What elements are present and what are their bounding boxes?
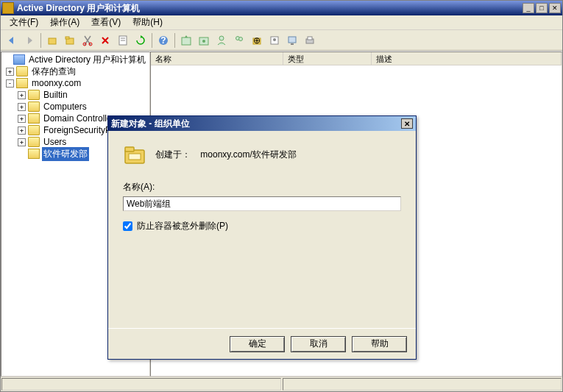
svg-point-13 (219, 36, 224, 40)
folder-icon (28, 101, 40, 112)
contact-button[interactable] (266, 32, 283, 49)
svg-rect-25 (125, 147, 134, 152)
content-area: Active Directory 用户和计算机 + 保存的查询 - moonxy… (1, 51, 562, 377)
dialog-title-bar: 新建对象 - 组织单位 ✕ (108, 116, 416, 131)
new-ou-dialog: 新建对象 - 组织单位 ✕ 创建于： moonxy.com/软件研发部 名称(A… (107, 115, 417, 360)
title-bar: Active Directory 用户和计算机 _ □ ✕ (1, 1, 562, 15)
dialog-button-row: 确定 取消 帮助 (108, 328, 416, 359)
toolbar-separator (40, 33, 41, 48)
col-type[interactable]: 类型 (283, 52, 372, 65)
new-ou-button[interactable]: ⊕ (249, 32, 265, 49)
tree-item-label: Builtin (42, 89, 69, 101)
svg-rect-10 (182, 38, 191, 45)
svg-rect-23 (308, 37, 312, 40)
dialog-info-row: 创建于： moonxy.com/软件研发部 (123, 143, 401, 166)
tree-item-label: 软件研发部 (42, 147, 89, 161)
domain-icon (16, 78, 28, 88)
tree-item-label: Computers (42, 101, 88, 113)
toolbar-separator (152, 33, 152, 48)
menu-file[interactable]: 文件(F) (4, 15, 44, 30)
tree-item-label: 保存的查询 (30, 65, 77, 79)
col-desc[interactable]: 描述 (372, 52, 562, 65)
new-user-button[interactable] (213, 32, 230, 49)
menu-bar: 文件(F) 操作(A) 查看(V) 帮助(H) (1, 15, 562, 30)
svg-point-19 (273, 38, 276, 41)
tree-builtin[interactable]: + Builtin (3, 89, 148, 101)
delete-button[interactable] (97, 32, 113, 49)
up-button[interactable] (44, 32, 60, 49)
main-window: Active Directory 用户和计算机 _ □ ✕ 文件(F) 操作(A… (0, 0, 563, 392)
folder-icon (28, 90, 40, 100)
dialog-close-button[interactable]: ✕ (401, 118, 413, 129)
status-cell (1, 378, 281, 391)
properties-button[interactable] (115, 32, 131, 49)
help-button[interactable]: ? (155, 32, 171, 49)
cut-button[interactable] (79, 32, 96, 49)
expander-icon[interactable]: + (18, 115, 26, 123)
expander-icon[interactable]: + (18, 126, 26, 135)
app-icon (2, 2, 14, 14)
created-in-value: moonxy.com/软件研发部 (200, 149, 296, 160)
svg-rect-20 (288, 37, 296, 43)
tree-computers[interactable]: + Computers (3, 101, 148, 113)
directory-icon (13, 54, 25, 65)
toolbar-separator (174, 33, 175, 48)
new-group-button[interactable] (231, 32, 247, 49)
col-name[interactable]: 名称 (151, 52, 283, 65)
ok-button[interactable]: 确定 (230, 336, 285, 352)
folder-button[interactable] (62, 32, 78, 49)
forward-button[interactable] (21, 32, 38, 49)
name-input[interactable] (123, 196, 401, 211)
svg-rect-26 (129, 154, 141, 160)
expander-icon[interactable]: + (6, 68, 14, 76)
protect-label: 防止容器被意外删除(P) (137, 220, 228, 232)
tree-domain[interactable]: - moonxy.com (3, 77, 148, 89)
back-button[interactable] (4, 32, 20, 49)
menu-help[interactable]: 帮助(H) (127, 15, 169, 30)
expander-icon[interactable]: + (18, 91, 26, 99)
menu-action[interactable]: 操作(A) (44, 15, 85, 30)
toolbar: ? ⊕ (1, 30, 562, 51)
help-button[interactable]: 帮助 (352, 336, 407, 352)
tree-saved-queries[interactable]: + 保存的查询 (3, 65, 148, 77)
tree-item-label: moonxy.com (30, 77, 82, 89)
list-header: 名称 类型 描述 (151, 52, 562, 65)
created-in-label: 创建于： (155, 149, 191, 160)
folder-icon (28, 137, 40, 147)
protect-checkbox[interactable] (123, 221, 132, 231)
menu-view[interactable]: 查看(V) (85, 15, 127, 30)
svg-rect-0 (49, 38, 56, 44)
expander-icon[interactable]: - (6, 79, 14, 88)
ou-icon (28, 113, 40, 124)
close-button[interactable]: ✕ (549, 3, 561, 13)
window-title: Active Directory 用户和计算机 (17, 2, 523, 15)
protect-checkbox-row[interactable]: 防止容器被意外删除(P) (123, 220, 401, 232)
svg-text:⊕: ⊕ (253, 35, 261, 46)
svg-rect-21 (291, 43, 294, 45)
refresh-button[interactable] (132, 32, 149, 49)
minimize-button[interactable]: _ (523, 3, 534, 13)
maximize-button[interactable]: □ (536, 3, 548, 13)
filter-button[interactable] (196, 32, 212, 49)
find-button[interactable] (178, 32, 194, 49)
ou-large-icon (123, 143, 146, 166)
status-bar (1, 377, 562, 391)
ou-icon (28, 149, 40, 159)
computer-button[interactable] (284, 32, 300, 49)
dialog-body: 创建于： moonxy.com/软件研发部 名称(A): 防止容器被意外删除(P… (108, 131, 416, 328)
name-label: 名称(A): (123, 181, 401, 193)
svg-point-12 (202, 40, 205, 43)
folder-icon (28, 125, 40, 135)
svg-text:?: ? (160, 35, 166, 46)
svg-point-15 (239, 37, 243, 40)
folder-icon (16, 66, 28, 76)
expander-icon[interactable]: + (18, 103, 26, 111)
expander-icon[interactable]: + (18, 138, 26, 146)
status-cell (283, 378, 562, 391)
svg-rect-2 (65, 37, 69, 39)
cancel-button[interactable]: 取消 (291, 336, 346, 352)
dialog-title: 新建对象 - 组织单位 (111, 118, 401, 130)
printer-button[interactable] (302, 32, 318, 49)
